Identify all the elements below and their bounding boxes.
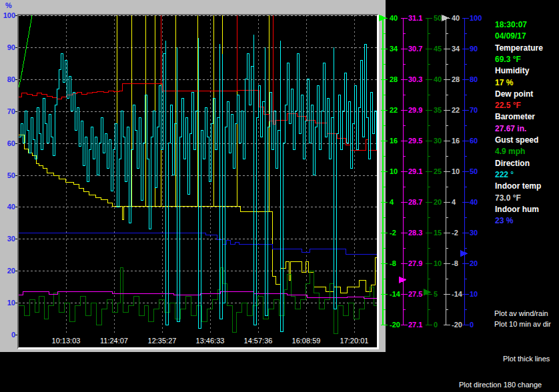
- plot-frame: 10:13:0311:24:0712:35:2713:46:3314:57:36…: [17, 14, 379, 349]
- reading-label-temperature: Temperature: [495, 43, 543, 53]
- temperature-axis-label: 34: [390, 45, 398, 53]
- reading-value-indoor-hum: 23 %: [495, 216, 513, 225]
- indoor-temp-axis-label: -8: [452, 259, 458, 267]
- barometer-axis-label: 28.3: [408, 229, 422, 237]
- indoor-humidity-axis-label: 100: [470, 14, 482, 22]
- reading-value-barometer: 27.67 in.: [495, 124, 526, 133]
- indoor-temp-axis-label: 4: [452, 198, 456, 206]
- barometer-axis-label: 30.7: [408, 45, 422, 53]
- temperature-axis-label: -2: [390, 229, 396, 237]
- indoor-temp-axis-label: 10: [452, 167, 460, 175]
- option-plot-thick-lines[interactable]: Plot thick lines: [503, 355, 550, 363]
- wind-speed-axis-label: 25: [434, 167, 442, 175]
- reading-value-gust-speed: 4.9 mph: [495, 147, 525, 156]
- option-plot-direction-180-change[interactable]: Plot direction 180 change: [459, 381, 542, 389]
- left-axis-title: %: [5, 1, 12, 9]
- indoor-temp-axis-label: -20: [452, 321, 462, 329]
- left-axis-label: 80: [0, 75, 15, 83]
- reading-value-indoor-temp: 73.0 °F: [495, 193, 521, 203]
- wind-speed-axis-label: 10: [434, 259, 442, 267]
- barometer-axis-label: 30.3: [408, 75, 422, 83]
- left-axis-label: 100: [0, 11, 15, 19]
- temperature-axis-label: 40: [390, 14, 398, 22]
- x-axis-labels: 10:13:0311:24:0712:35:2713:46:3314:57:36…: [19, 335, 377, 347]
- wind-speed-axis-label: 0: [434, 321, 438, 329]
- clock-date: 04/09/17: [495, 31, 526, 41]
- reading-label-barometer: Barometer: [495, 112, 535, 121]
- history-chart: [19, 15, 377, 335]
- reading-label-dew-point: Dew point: [495, 89, 533, 99]
- left-axis-label: 60: [0, 139, 15, 147]
- indoor-humidity-axis-label: 20: [470, 259, 478, 267]
- indoor-temp-axis-label: 40: [452, 14, 460, 22]
- indoor-humidity-axis-label: 10: [470, 290, 478, 298]
- option-plot-10min-av-dir[interactable]: Plot 10 min av dir: [494, 320, 551, 328]
- wind-speed-axis-label: 50: [434, 14, 442, 22]
- wind-speed-axis-label: 5: [434, 290, 438, 298]
- x-axis-label: 13:46:33: [183, 337, 237, 345]
- temperature-axis-label: -8: [390, 259, 396, 267]
- indoor-humidity-axis-label: 40: [470, 198, 478, 206]
- wind-speed-axis-label: 15: [434, 229, 442, 237]
- barometer-axis-label: 27.9: [408, 259, 422, 267]
- indoor-temp-axis-label: -14: [452, 290, 463, 298]
- reading-label-direction: Direction: [495, 159, 530, 168]
- reading-label-humidity: Humidity: [495, 66, 529, 75]
- left-axis-label: 0: [0, 331, 15, 339]
- indoor-humidity-axis-label: 70: [470, 106, 478, 114]
- barometer-axis-label: 27.5: [408, 290, 422, 298]
- left-axis-label: 30: [0, 235, 15, 243]
- series-temperature: [19, 15, 32, 87]
- x-axis-label: 12:35:27: [135, 337, 189, 345]
- wind-speed-axis-label: 45: [434, 45, 442, 53]
- x-axis-label: 16:08:59: [280, 337, 333, 345]
- barometer-axis-label: 29.1: [408, 167, 422, 175]
- weather-display-window: % 1009080706050403020100 10:13:0311:24:0…: [0, 0, 559, 392]
- temperature-axis-label: 10: [390, 167, 398, 175]
- barometer-axis-label: 29.5: [408, 137, 422, 145]
- temperature-axis-label: 28: [390, 75, 398, 83]
- indoor-temp-axis-label: 16: [452, 137, 460, 145]
- indoor-temp-axis-label: 28: [452, 75, 460, 83]
- x-axis-label: 11:24:07: [87, 337, 141, 345]
- x-axis-label: 10:13:03: [39, 337, 93, 345]
- temperature-axis-label: -20: [390, 321, 400, 329]
- barometer-axis-label: 31.1: [408, 14, 422, 22]
- wind-speed-axis-label: 30: [434, 137, 442, 145]
- temperature-axis-label: 4: [390, 198, 394, 206]
- clock-time: 18:30:07: [495, 20, 527, 29]
- left-axis-label: 40: [0, 203, 15, 211]
- indoor-humidity-axis-label: 0: [470, 321, 474, 329]
- indoor-humidity-axis-label: 50: [470, 167, 478, 175]
- barometer-axis-label: 29.9: [408, 106, 422, 114]
- left-axis-label: 70: [0, 107, 15, 115]
- indoor-temp-axis-label: -2: [452, 229, 458, 237]
- left-axis-label: 50: [0, 171, 15, 179]
- left-axis-label: 10: [0, 299, 15, 307]
- barometer-axis-label: 28.7: [408, 198, 422, 206]
- left-axis-label: 90: [0, 43, 15, 51]
- indoor-temp-axis-label: 22: [452, 106, 460, 114]
- temperature-axis-label: 16: [390, 137, 398, 145]
- temperature-axis-label: 22: [390, 106, 398, 114]
- reading-value-direction: 222 °: [495, 170, 514, 179]
- wind-speed-axis-label: 35: [434, 106, 442, 114]
- chart-panel: % 1009080706050403020100 10:13:0311:24:0…: [0, 0, 386, 352]
- reading-value-temperature: 69.3 °F: [495, 55, 521, 64]
- indoor-humidity-axis-label: 60: [470, 137, 478, 145]
- indoor-humidity-axis-label: 30: [470, 229, 478, 237]
- reading-label-gust-speed: Gust speed: [495, 135, 538, 145]
- indoor-temp-axis-label: 34: [452, 45, 460, 53]
- reading-value-humidity: 17 %: [495, 78, 513, 87]
- reading-label-indoor-temp: Indoor temp: [495, 181, 541, 191]
- wind-speed-axis-label: 20: [434, 198, 442, 206]
- wind-speed-axis-label: 40: [434, 75, 442, 83]
- indoor-humidity-axis-label: 80: [470, 75, 478, 83]
- barometer-axis-label: 27.1: [408, 321, 422, 329]
- x-axis-label: 14:57:36: [231, 337, 285, 345]
- reading-label-indoor-hum: Indoor hum: [495, 205, 539, 214]
- temperature-axis-label: -14: [390, 290, 401, 298]
- left-axis-label: 20: [0, 267, 15, 275]
- option-plot-av-wind-rain[interactable]: Plot av wind/rain: [494, 309, 548, 317]
- indoor-humidity-axis-label: 90: [470, 45, 478, 53]
